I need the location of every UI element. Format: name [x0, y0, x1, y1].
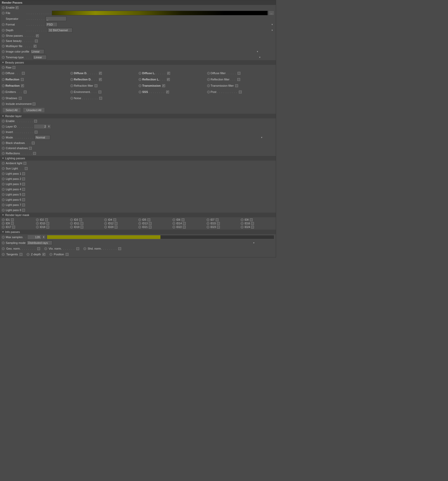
environment-checkbox[interactable]: [98, 91, 101, 93]
reflection-radio[interactable]: [2, 78, 5, 81]
position-radio[interactable]: [49, 253, 52, 256]
sun-light-checkbox[interactable]: [25, 167, 28, 170]
vtx-norm-radio[interactable]: [44, 247, 47, 250]
rl-black-shadows-checkbox[interactable]: [32, 142, 35, 144]
id22-checkbox[interactable]: [183, 226, 186, 229]
light-pass-3-checkbox[interactable]: [22, 183, 25, 186]
refraction-filter-radio[interactable]: [70, 84, 73, 87]
image-color-select[interactable]: LinearsRGB: [30, 49, 44, 54]
id3-checkbox[interactable]: [79, 218, 82, 221]
save-beauty-checkbox[interactable]: [35, 40, 38, 42]
image-color-radio[interactable]: [2, 50, 5, 53]
rl-mode-radio[interactable]: [2, 136, 5, 139]
post-checkbox[interactable]: [239, 91, 242, 93]
zdepth-radio[interactable]: [27, 253, 29, 256]
light-pass-6-checkbox[interactable]: [22, 198, 25, 201]
tangents-radio[interactable]: [2, 253, 5, 256]
diffuse-checkbox[interactable]: [22, 72, 25, 75]
diffuse-radio[interactable]: [2, 72, 5, 75]
id20-radio[interactable]: [104, 226, 107, 229]
separator-input[interactable]: [46, 16, 66, 21]
id23-radio[interactable]: [207, 226, 209, 229]
id9-radio[interactable]: [2, 222, 5, 225]
rl-layerid-spinner[interactable]: ⬆: [47, 124, 51, 129]
format-radio[interactable]: [2, 23, 5, 26]
rl-black-shadows-radio[interactable]: [2, 142, 5, 144]
ambient-light-radio[interactable]: [2, 162, 5, 165]
rl-invert-radio[interactable]: [2, 131, 5, 134]
reflection-checkbox[interactable]: [21, 78, 24, 81]
diffuse-d-radio[interactable]: [70, 72, 73, 75]
light-pass-3-radio[interactable]: [2, 183, 5, 186]
rl-layerid-input[interactable]: [34, 124, 47, 129]
id5-checkbox[interactable]: [147, 218, 150, 221]
light-pass-2-checkbox[interactable]: [22, 178, 25, 180]
id16-checkbox[interactable]: [251, 222, 254, 225]
show-passes-radio[interactable]: [2, 34, 5, 37]
reflection-l-checkbox[interactable]: [167, 78, 170, 81]
noise-checkbox[interactable]: [99, 97, 102, 100]
lighting-passes-header[interactable]: ▼ Lighting passes: [0, 156, 276, 161]
id1-checkbox[interactable]: [11, 218, 14, 221]
render-layer-header[interactable]: ▼ Render layer: [0, 114, 276, 118]
tonemap-select[interactable]: LinearFilmic: [33, 55, 47, 60]
depth-radio[interactable]: [2, 29, 5, 32]
id1-radio[interactable]: [2, 218, 5, 221]
diffuse-filter-radio[interactable]: [207, 72, 210, 75]
light-pass-8-checkbox[interactable]: [22, 209, 25, 212]
rl-enable-checkbox[interactable]: [34, 120, 37, 123]
light-pass-1-radio[interactable]: [2, 172, 5, 175]
rl-colored-shadows-checkbox[interactable]: [29, 147, 32, 150]
id20-checkbox[interactable]: [115, 226, 117, 229]
transmission-filter-checkbox[interactable]: [235, 84, 238, 87]
id6-radio[interactable]: [172, 218, 175, 221]
id12-radio[interactable]: [104, 222, 107, 225]
max-samples-radio[interactable]: [2, 236, 5, 239]
raw-radio[interactable]: [2, 66, 5, 69]
sun-light-radio[interactable]: [2, 167, 5, 170]
multilayer-radio[interactable]: [2, 45, 5, 48]
sss-checkbox[interactable]: [166, 91, 169, 93]
rl-layerid-radio[interactable]: [2, 125, 5, 128]
light-pass-1-checkbox[interactable]: [22, 172, 25, 175]
id19-checkbox[interactable]: [80, 226, 83, 229]
geo-norm-radio[interactable]: [2, 247, 5, 250]
save-beauty-radio[interactable]: [2, 40, 5, 42]
id14-radio[interactable]: [172, 222, 175, 225]
diffuse-d-checkbox[interactable]: [99, 72, 102, 75]
diffuse-l-checkbox[interactable]: [167, 72, 170, 75]
light-pass-7-checkbox[interactable]: [22, 204, 25, 206]
rl-colored-shadows-radio[interactable]: [2, 147, 5, 150]
id18-radio[interactable]: [36, 226, 39, 229]
id23-checkbox[interactable]: [217, 226, 220, 229]
id17-radio[interactable]: [2, 226, 5, 229]
format-select[interactable]: PSDEXRPNG: [46, 22, 58, 27]
zdepth-checkbox[interactable]: [42, 253, 45, 256]
id12-checkbox[interactable]: [115, 222, 117, 225]
rl-invert-checkbox[interactable]: [35, 131, 38, 134]
show-passes-checkbox[interactable]: [36, 34, 39, 37]
geo-norm-checkbox[interactable]: [37, 247, 40, 250]
light-pass-5-radio[interactable]: [2, 193, 5, 196]
diffuse-l-radio[interactable]: [139, 72, 141, 75]
select-all-button[interactable]: Select All: [2, 107, 21, 113]
vtx-norm-checkbox[interactable]: [76, 247, 79, 250]
light-pass-4-checkbox[interactable]: [22, 188, 25, 191]
id16-radio[interactable]: [241, 222, 244, 225]
id11-checkbox[interactable]: [80, 222, 83, 225]
light-pass-6-radio[interactable]: [2, 198, 5, 201]
rl-enable-radio[interactable]: [2, 120, 5, 123]
light-pass-8-radio[interactable]: [2, 209, 5, 212]
emitters-checkbox[interactable]: [24, 91, 27, 93]
post-radio[interactable]: [207, 91, 210, 93]
tonemap-radio[interactable]: [2, 56, 5, 59]
depth-select[interactable]: 32 Bit/Channel16 Bit/Channel8 Bit/Channe…: [48, 28, 72, 33]
id17-checkbox[interactable]: [12, 226, 15, 229]
position-checkbox[interactable]: [66, 253, 69, 256]
id22-radio[interactable]: [172, 226, 175, 229]
reflection-filter-radio[interactable]: [207, 78, 210, 81]
max-samples-input[interactable]: [27, 235, 42, 239]
light-pass-4-radio[interactable]: [2, 188, 5, 191]
light-pass-2-radio[interactable]: [2, 178, 5, 180]
transmission-filter-radio[interactable]: [207, 84, 210, 87]
